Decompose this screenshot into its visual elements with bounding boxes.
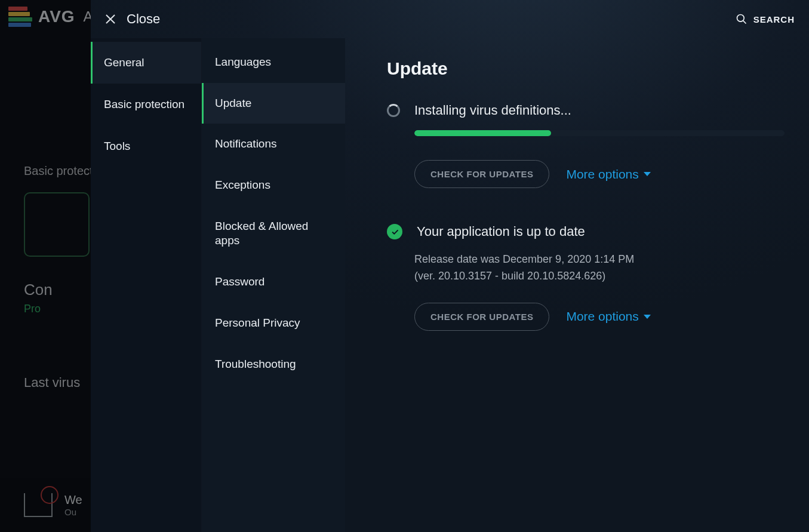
settings-panel: Close SEARCH General Basic protection To… [91,0,809,532]
defs-progress-fill [414,130,551,136]
close-button-label: Close [127,11,160,27]
avg-logo-icon [8,5,32,29]
nav-secondary-password[interactable]: Password [202,262,345,303]
chevron-down-icon [644,172,651,176]
nav-secondary-label: Troubleshooting [215,358,296,370]
content-pane: Update Installing virus definitions... C… [345,38,809,532]
search-button[interactable]: SEARCH [736,13,795,25]
app-status-row: Your application is up to date [387,224,780,239]
nav-primary-tools[interactable]: Tools [91,125,201,167]
defs-status-text: Installing virus definitions... [414,103,571,118]
chevron-down-icon [644,315,651,319]
nav-secondary-label: Notifications [215,137,277,150]
nav-secondary-label: Password [215,275,264,288]
svg-line-1 [743,21,746,24]
nav-secondary-notifications[interactable]: Notifications [202,124,345,165]
defs-check-updates-button[interactable]: CHECK FOR UPDATES [414,160,549,188]
nav-primary-label: Basic protection [104,98,184,110]
application-update-block: Your application is up to date Release d… [387,224,780,331]
nav-primary-label: Tools [104,140,130,152]
bg-protection-tile [24,192,90,257]
defs-more-options-label: More options [566,167,638,182]
defs-status-row: Installing virus definitions... [387,103,780,118]
nav-secondary-troubleshooting[interactable]: Troubleshooting [202,344,345,385]
bg-footer-sub: Ou [64,507,82,517]
search-icon [736,13,748,25]
nav-secondary-label: Personal Privacy [215,316,300,329]
virus-definitions-block: Installing virus definitions... CHECK FO… [387,103,780,188]
nav-primary-label: General [104,56,144,69]
alert-icon [24,493,53,517]
app-release-line: Release date was December 9, 2020 1:14 P… [414,251,780,268]
search-button-label: SEARCH [753,14,795,24]
nav-secondary-languages[interactable]: Languages [202,42,345,83]
app-more-options-label: More options [566,309,638,324]
nav-secondary-personal-privacy[interactable]: Personal Privacy [202,303,345,344]
page-title: Update [387,59,780,79]
defs-progress-bar [414,130,785,136]
nav-secondary-label: Blocked & Allowed apps [215,220,308,247]
app-release-info: Release date was December 9, 2020 1:14 P… [414,251,780,285]
close-icon [105,14,116,24]
nav-secondary-exceptions[interactable]: Exceptions [202,165,345,206]
nav-secondary-label: Languages [215,56,271,68]
nav-secondary-label: Exceptions [215,179,270,191]
svg-point-0 [737,15,744,22]
app-more-options-button[interactable]: More options [566,309,650,324]
nav-primary-basic-protection[interactable]: Basic protection [91,84,201,125]
defs-action-row: CHECK FOR UPDATES More options [414,160,780,188]
settings-body: General Basic protection Tools Languages… [91,38,809,532]
app-action-row: CHECK FOR UPDATES More options [414,303,780,331]
bg-footer-title: We [64,493,82,507]
nav-secondary-blocked-allowed[interactable]: Blocked & Allowed apps [202,206,345,262]
spinner-icon [387,104,400,117]
nav-secondary-label: Update [215,97,251,109]
check-icon [387,224,402,239]
close-button[interactable]: Close [105,11,160,27]
nav-secondary: Languages Update Notifications Exception… [202,38,345,532]
app-check-updates-button[interactable]: CHECK FOR UPDATES [414,303,549,331]
nav-secondary-update[interactable]: Update [202,83,345,124]
bg-brand-label: AVG [38,7,75,26]
nav-primary: General Basic protection Tools [91,38,202,532]
defs-more-options-button[interactable]: More options [566,167,650,182]
app-status-text: Your application is up to date [417,224,585,239]
settings-topbar: Close SEARCH [91,0,809,38]
nav-primary-general[interactable]: General [91,42,201,84]
app-version-line: (ver. 20.10.3157 - build 20.10.5824.626) [414,268,780,285]
